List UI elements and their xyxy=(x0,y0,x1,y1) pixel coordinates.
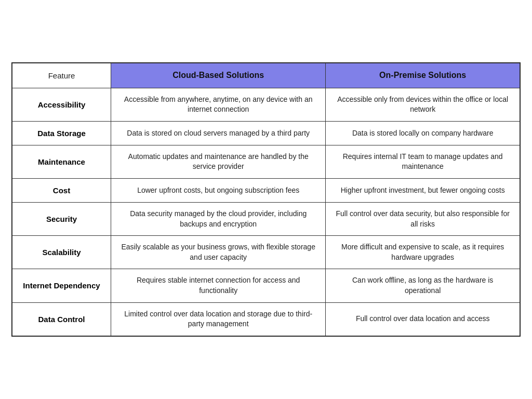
feature-label: Cost xyxy=(12,179,111,203)
onprem-column-header: On-Premise Solutions xyxy=(326,63,520,88)
table-row: Data StorageData is stored on cloud serv… xyxy=(12,121,520,145)
feature-column-header: Feature xyxy=(12,63,111,88)
cloud-column-header: Cloud-Based Solutions xyxy=(111,63,326,88)
onprem-cell: Higher upfront investment, but fewer ong… xyxy=(326,179,520,203)
onprem-cell: Data is stored locally on company hardwa… xyxy=(326,121,520,145)
feature-label: Data Control xyxy=(12,302,111,336)
onprem-cell: Requires internal IT team to manage upda… xyxy=(326,145,520,178)
cloud-cell: Limited control over data location and s… xyxy=(111,302,326,336)
feature-label: Security xyxy=(12,203,111,236)
feature-label: Maintenance xyxy=(12,145,111,178)
comparison-table: Feature Cloud-Based Solutions On-Premise… xyxy=(11,62,521,337)
feature-label: Internet Dependency xyxy=(12,269,111,302)
cloud-cell: Data is stored on cloud servers managed … xyxy=(111,121,326,145)
table-row: MaintenanceAutomatic updates and mainten… xyxy=(12,145,520,178)
table-row: AccessibilityAccessible from anywhere, a… xyxy=(12,88,520,121)
onprem-cell: Full control over data security, but als… xyxy=(326,203,520,236)
cloud-cell: Lower upfront costs, but ongoing subscri… xyxy=(111,179,326,203)
feature-label: Scalability xyxy=(12,236,111,269)
cloud-cell: Easily scalable as your business grows, … xyxy=(111,236,326,269)
table-row: Internet DependencyRequires stable inter… xyxy=(12,269,520,302)
onprem-cell: More difficult and expensive to scale, a… xyxy=(326,236,520,269)
onprem-cell: Full control over data location and acce… xyxy=(326,302,520,336)
onprem-cell: Can work offline, as long as the hardwar… xyxy=(326,269,520,302)
table-row: CostLower upfront costs, but ongoing sub… xyxy=(12,179,520,203)
cloud-cell: Automatic updates and maintenance are ha… xyxy=(111,145,326,178)
table-row: SecurityData security managed by the clo… xyxy=(12,203,520,236)
feature-label: Data Storage xyxy=(12,121,111,145)
onprem-cell: Accessible only from devices within the … xyxy=(326,88,520,121)
table-row: ScalabilityEasily scalable as your busin… xyxy=(12,236,520,269)
cloud-cell: Data security managed by the cloud provi… xyxy=(111,203,326,236)
cloud-cell: Requires stable internet connection for … xyxy=(111,269,326,302)
cloud-cell: Accessible from anywhere, anytime, on an… xyxy=(111,88,326,121)
table-row: Data ControlLimited control over data lo… xyxy=(12,302,520,336)
feature-label: Accessibility xyxy=(12,88,111,121)
